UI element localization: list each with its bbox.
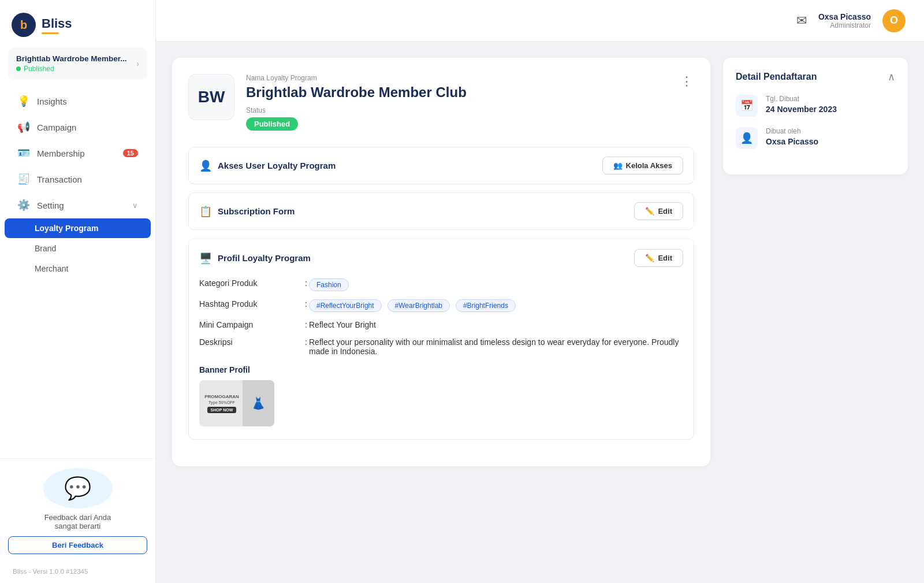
sidebar-nav: 💡 Insights 📢 Campaign 🪪 Membership 15 🧾 …	[0, 84, 155, 458]
hashtag-tag-2: #WearBrightlab	[388, 299, 450, 312]
feedback-button[interactable]: Beri Feedback	[8, 536, 147, 554]
mini-campaign-colon: :	[303, 319, 309, 331]
mini-campaign-key: Mini Campaign	[199, 319, 303, 331]
kelola-akses-button[interactable]: 👥 Kelola Akses	[602, 157, 683, 174]
deskripsi-colon: :	[303, 336, 309, 348]
profil-loyalty-title-area: 🖥️ Profil Loyalty Program	[199, 252, 311, 265]
right-panel: Detail Pendaftaran ∧ 📅 Tgl. Dibuat 24 No…	[723, 58, 908, 174]
profil-loyalty-header: 🖥️ Profil Loyalty Program ✏️ Edit	[199, 249, 683, 267]
collapse-icon[interactable]: ∧	[888, 70, 895, 83]
program-name: Brightlab Wardrobe Member Club	[246, 84, 694, 101]
chevron-right-icon: ›	[136, 59, 139, 68]
sidebar-subitem-loyalty-program[interactable]: Loyalty Program	[5, 218, 151, 238]
edit-icon-profil: ✏️	[645, 254, 654, 262]
sidebar-item-membership[interactable]: 🪪 Membership 15	[5, 140, 151, 166]
mail-icon[interactable]: ✉	[796, 13, 807, 28]
sidebar-label-brand: Brand	[35, 244, 56, 253]
hashtag-tag-3: #BrightFriends	[456, 299, 516, 312]
hashtag-value: #ReflectYourBright #WearBrightlab #Brigh…	[309, 298, 683, 313]
program-status-label: Status	[246, 106, 694, 114]
calendar-icon: 📅	[736, 95, 758, 117]
topbar: ✉ Oxsa Picasso Administrator O	[156, 0, 924, 42]
program-name-label: Nama Loyalty Program	[246, 74, 694, 82]
hashtag-colon: :	[303, 298, 309, 310]
page-body: BW Nama Loyalty Program Brightlab Wardro…	[156, 42, 924, 583]
kategori-colon: :	[303, 277, 309, 289]
date-content: Tgl. Dibuat 24 November 2023	[766, 95, 837, 114]
sidebar-label-transaction: Transaction	[37, 174, 82, 184]
tgl-dibuat-label: Tgl. Dibuat	[766, 95, 837, 103]
status-badge: Published	[246, 117, 298, 131]
kategori-key: Kategori Produk	[199, 277, 303, 289]
version-text: Bliss - Versi 1.0.0 #12345	[0, 563, 155, 583]
sidebar-label-setting: Setting	[37, 200, 64, 210]
logo-text: Bliss	[42, 16, 72, 31]
sidebar-item-transaction[interactable]: 🧾 Transaction	[5, 166, 151, 192]
profile-detail-grid: Kategori Produk : Fashion Hashtag Produk…	[199, 277, 683, 357]
kelola-akses-icon: 👥	[613, 161, 623, 170]
akses-user-section: 👤 Akses User Loyalty Program 👥 Kelola Ak…	[188, 147, 694, 184]
banner-image: PROMOGARAN Type 50%OFF SHOP NOW 👗	[199, 380, 274, 426]
kategori-value: Fashion	[309, 277, 683, 292]
sidebar-label-campaign: Campaign	[37, 122, 76, 132]
mini-campaign-value: Reflect Your Bright	[309, 319, 683, 331]
hashtag-key: Hashtag Produk	[199, 298, 303, 310]
subscription-form-label: Subscription Form	[218, 206, 295, 216]
setting-chevron-icon: ∨	[132, 201, 138, 210]
hashtag-tag-1: #ReflectYourBright	[309, 299, 382, 312]
sidebar-label-membership: Membership	[37, 148, 85, 158]
sidebar-item-setting[interactable]: ⚙️ Setting ∨	[5, 192, 151, 218]
avatar-initial: O	[890, 14, 898, 27]
subscription-edit-label: Edit	[658, 207, 672, 216]
campaign-icon: 📢	[17, 121, 30, 133]
banner-title: Banner Profil	[199, 365, 683, 374]
membership-badge: 15	[123, 149, 138, 157]
feedback-illustration: 💬	[43, 468, 113, 508]
detail-item-date: 📅 Tgl. Dibuat 24 November 2023	[736, 95, 895, 117]
sidebar-item-insights[interactable]: 💡 Insights	[5, 88, 151, 114]
creator-content: Dibuat oleh Oxsa Picasso	[766, 127, 818, 146]
transaction-icon: 🧾	[17, 173, 30, 185]
user-access-icon: 👤	[199, 159, 212, 172]
sidebar-subitem-brand[interactable]: Brand	[5, 239, 151, 258]
sidebar-status-text: Published	[24, 65, 54, 73]
sidebar-label-merchant: Merchant	[35, 264, 68, 273]
user-info: Oxsa Picasso Administrator	[818, 12, 871, 29]
banner-right-side: 👗	[243, 380, 274, 426]
sidebar-subitem-merchant[interactable]: Merchant	[5, 259, 151, 278]
akses-user-left: 👤 Akses User Loyalty Program	[199, 159, 336, 172]
logo-icon: b	[12, 13, 36, 37]
user-name: Oxsa Picasso	[818, 12, 871, 21]
sidebar-label-insights: Insights	[37, 96, 67, 106]
sidebar-program-card[interactable]: Brightlab Wardrobe Member... Published ›	[8, 47, 147, 80]
akses-user-label: Akses User Loyalty Program	[218, 161, 336, 170]
user-avatar[interactable]: O	[882, 9, 906, 32]
person-icon: 👤	[736, 127, 758, 149]
subscription-form-left: 📋 Subscription Form	[199, 205, 295, 218]
banner-inner: PROMOGARAN Type 50%OFF SHOP NOW 👗	[199, 380, 274, 426]
banner-left-side: PROMOGARAN Type 50%OFF SHOP NOW	[199, 380, 244, 426]
right-panel-title: Detail Pendaftaran	[736, 72, 817, 82]
edit-icon-subscription: ✏️	[645, 207, 654, 216]
sidebar-label-loyalty-program: Loyalty Program	[35, 224, 98, 233]
feedback-section: 💬 Feedback dari Andasangat berarti Beri …	[0, 458, 155, 563]
dibuat-oleh-value: Oxsa Picasso	[766, 137, 818, 146]
sidebar-program-title: Brightlab Wardrobe Member...	[16, 54, 127, 63]
profil-loyalty-icon: 🖥️	[199, 252, 212, 265]
main-content: ✉ Oxsa Picasso Administrator O BW Nama L…	[156, 0, 924, 583]
program-info: Nama Loyalty Program Brightlab Wardrobe …	[246, 74, 694, 131]
program-more-button[interactable]: ⋮	[680, 74, 694, 89]
deskripsi-key: Deskripsi	[199, 336, 303, 348]
subscription-form-section: 📋 Subscription Form ✏️ Edit	[188, 192, 694, 230]
membership-icon: 🪪	[17, 147, 30, 159]
user-role: Administrator	[818, 21, 871, 29]
sidebar-item-campaign[interactable]: 📢 Campaign	[5, 114, 151, 140]
subscription-edit-button[interactable]: ✏️ Edit	[634, 202, 683, 220]
logo-underline-decoration	[42, 32, 59, 34]
feedback-text: Feedback dari Andasangat berarti	[8, 513, 147, 530]
dibuat-oleh-label: Dibuat oleh	[766, 127, 818, 135]
right-panel-header: Detail Pendaftaran ∧	[736, 70, 895, 83]
profil-edit-button[interactable]: ✏️ Edit	[634, 249, 683, 267]
sidebar: b Bliss Brightlab Wardrobe Member... Pub…	[0, 0, 156, 583]
logo-area: b Bliss	[0, 0, 155, 47]
